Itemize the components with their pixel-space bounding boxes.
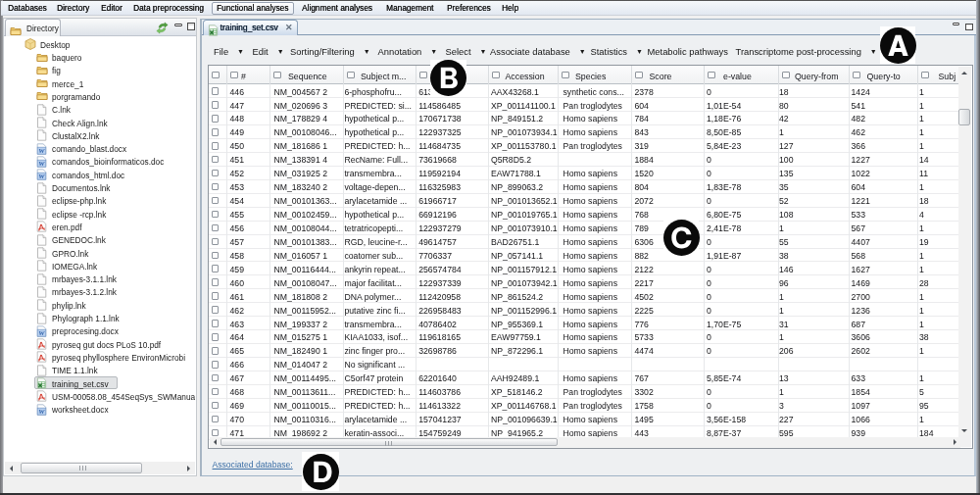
svg-text:W: W — [38, 173, 45, 180]
svg-text:W: W — [38, 160, 45, 168]
svg-text:W: W — [38, 147, 45, 155]
svg-text:W: W — [38, 408, 45, 416]
svg-text:W: W — [38, 329, 45, 337]
